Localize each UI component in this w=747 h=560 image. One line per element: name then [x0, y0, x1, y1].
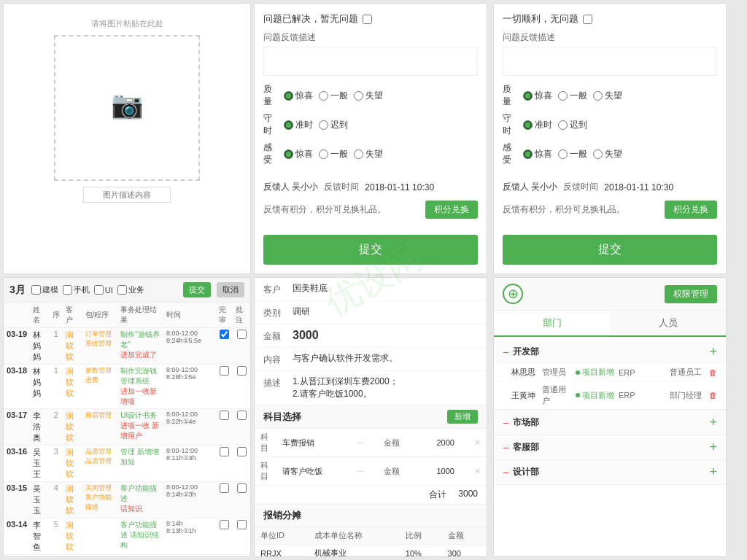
resolved-checkbox-right[interactable]	[583, 15, 592, 24]
dept-add-member-btn[interactable]: +	[709, 440, 717, 455]
member-delete-btn[interactable]: 🗑	[709, 368, 717, 377]
dept-add-member-btn[interactable]: +	[709, 415, 717, 430]
exchange-btn-right[interactable]: 积分兑换	[665, 201, 717, 219]
row-done[interactable]	[216, 328, 233, 365]
client-value: 国美鞋底	[293, 282, 478, 295]
row-pkg: 订单管理 系统管理	[82, 328, 118, 365]
row-approve[interactable]	[233, 365, 250, 409]
add-circle-btn[interactable]: ⊕	[503, 284, 523, 304]
desc-value: 1.从晋江到深圳车费2000； 2.请客户吃饭1000。	[293, 376, 478, 400]
rating-row-time-left: 守 时 准时 迟到	[263, 112, 478, 137]
subject-name: 车费报销	[276, 429, 351, 457]
content-value: 与客户确认软件开发需求。	[293, 352, 478, 365]
dept-item-header: − 开发部 +	[494, 340, 726, 364]
dept-collapse-btn[interactable]: −	[503, 346, 508, 358]
dept-tabs: 部门 人员	[494, 311, 726, 337]
row-done[interactable]	[216, 365, 233, 409]
row-done[interactable]	[216, 555, 233, 557]
add-subject-btn[interactable]: 新增	[447, 410, 478, 424]
image-upload-area[interactable]: 📷	[54, 35, 200, 181]
col-name: 姓名	[30, 303, 50, 328]
feedback-person-row-left: 反馈人 吴小小 反馈时间 2018-01-11 10:30	[263, 181, 478, 193]
submit-btn-right[interactable]: 提交	[503, 235, 717, 265]
member-name: 王黄坤	[511, 390, 538, 401]
alloc-col-id: 单位ID	[255, 527, 309, 545]
dept-item-header: − 市场部 +	[494, 411, 726, 435]
quality-radio-group-left: 惊喜 一般 失望	[284, 90, 383, 102]
row-approve[interactable]	[233, 555, 250, 557]
member-delete-btn[interactable]: 🗑	[709, 391, 717, 400]
tab-people[interactable]: 人员	[610, 311, 726, 335]
detail-row-desc: 描述 1.从晋江到深圳车费2000； 2.请客户吃饭1000。	[255, 371, 487, 405]
feedback-desc-textarea-left[interactable]	[263, 47, 478, 76]
feeling-radio-group-left: 惊喜 一般 失望	[284, 148, 383, 160]
row-done[interactable]	[216, 518, 233, 555]
top-section: 请将图片粘贴在此处 📷 问题已解决，暂无问题 问题反馈描述 质 量 惊喜	[0, 0, 747, 277]
image-label-input[interactable]	[83, 187, 171, 203]
col-time: 时间	[163, 303, 216, 328]
member-row: 王黄坤 普通用户 项目新增 ERP 部门经理 🗑	[494, 381, 726, 410]
table-row: 03-19 林妈妈 1 润软软 订单管理 系统管理 制作"游钱养老" 进加完成了…	[4, 328, 250, 365]
resolved-checkbox-left[interactable]	[363, 15, 372, 24]
row-done[interactable]	[216, 409, 233, 446]
row-done[interactable]	[216, 446, 233, 482]
row-client: 润软软	[63, 365, 82, 409]
feedback-footer-left: 反馈人 吴小小 反馈时间 2018-01-11 10:30 反馈有积分，积分可兑…	[263, 181, 478, 219]
row-time: 8:14h 8:13h①1h	[163, 518, 216, 555]
alloc-col-ratio: 比例	[400, 527, 442, 545]
alloc-id: RRJX	[255, 545, 309, 558]
subject-row: 科目 请客户吃饭 ··· 金额 1000 ✕	[255, 457, 487, 486]
subject-menu[interactable]: ···	[351, 429, 377, 457]
subject-menu[interactable]: ···	[351, 457, 377, 486]
feedback-panel-right: 一切顺利，无问题 问题反馈描述 质 量 惊喜 一般 失望 守 时	[493, 3, 727, 274]
row-approve[interactable]	[233, 409, 250, 446]
subject-delete-btn[interactable]: ✕	[460, 457, 487, 486]
row-result: 制作"游钱养老" 进加完成了	[117, 328, 163, 365]
feedback-footer-right: 反馈人 吴小小 反馈时间 2018-01-11 10:30 反馈有积分，积分可兑…	[503, 181, 717, 219]
feedback-desc-textarea-right[interactable]	[503, 47, 717, 76]
row-approve[interactable]	[233, 446, 250, 482]
member-system: ERP	[619, 368, 635, 377]
dept-collapse-btn[interactable]: −	[503, 417, 508, 429]
row-seq: 5	[50, 518, 63, 555]
row-approve[interactable]	[233, 328, 250, 365]
dept-item: − 客服部 +	[494, 435, 726, 460]
dept-item-header: − 客服部 +	[494, 435, 726, 459]
rights-btn[interactable]: 权限管理	[665, 285, 717, 303]
subject-label: 科目	[255, 457, 276, 486]
row-name: 李浩奥	[30, 409, 50, 446]
dept-collapse-btn[interactable]: −	[503, 442, 508, 454]
quality-radio-group-right: 惊喜 一般 失望	[523, 90, 622, 102]
rating-row-quality-left: 质 量 惊喜 一般 失望	[263, 83, 478, 108]
row-name: 李智鱼	[30, 518, 50, 555]
task-submit-btn[interactable]: 提交	[183, 282, 211, 298]
task-cancel-btn[interactable]: 取消	[217, 282, 244, 298]
exchange-btn-left[interactable]: 积分兑换	[425, 201, 478, 219]
task-table-container: 姓名 序 客户 包/程序 事务处理结果 时间 完审 批注 03-19 林妈妈 1	[4, 303, 250, 556]
row-seq: 6	[50, 555, 63, 557]
subject-row: 科目 车费报销 ··· 金额 2000 ✕	[255, 429, 487, 457]
customer-panel: 客户 国美鞋底 类别 调研 金额 3000 内容 与客户确认软件开发需求。 描述…	[254, 277, 487, 557]
dept-add-member-btn[interactable]: +	[709, 344, 717, 359]
row-approve[interactable]	[233, 518, 250, 555]
alloc-col-name: 成本单位名称	[309, 527, 399, 545]
dept-collapse-btn[interactable]: −	[503, 467, 508, 478]
detail-row-client: 客户 国美鞋底	[255, 278, 487, 301]
row-result: UI设计书务 进项一收 新增用户	[117, 409, 163, 446]
rating-row-quality-right: 质 量 惊喜 一般 失望	[503, 83, 717, 108]
row-pkg: 成本统计	[82, 555, 118, 557]
member-role: 管理员	[542, 367, 571, 378]
resolved-row-left: 问题已解决，暂无问题	[263, 12, 478, 26]
row-approve[interactable]	[233, 482, 250, 518]
dept-add-member-btn[interactable]: +	[709, 464, 717, 480]
row-name: 林妈妈	[30, 365, 50, 409]
feedback-desc-label-left: 问题反馈描述	[263, 31, 478, 44]
subject-amount: 1000	[418, 457, 460, 486]
tab-dept[interactable]: 部门	[494, 311, 610, 337]
points-row-left: 反馈有积分，积分可兑换礼品。 积分兑换	[263, 201, 478, 219]
row-done[interactable]	[216, 482, 233, 518]
row-seq: 1	[50, 365, 63, 409]
subject-delete-btn[interactable]: ✕	[460, 429, 487, 457]
bottom-section: 3月 建模 手机 UI 业务 提交 取消 姓名 序	[0, 277, 747, 560]
submit-btn-left[interactable]: 提交	[263, 235, 478, 265]
